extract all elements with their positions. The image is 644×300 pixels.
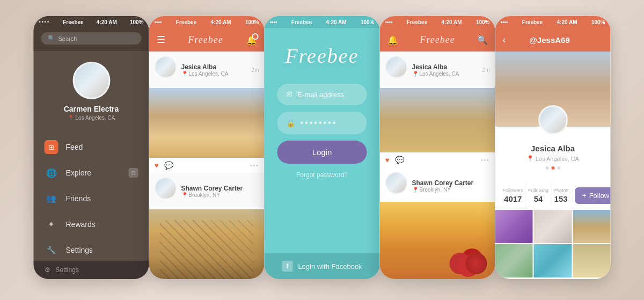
photo-cell-5[interactable]: [534, 244, 572, 277]
password-field[interactable]: 🔒 ••••••••: [277, 112, 367, 134]
photo-grid: [495, 210, 611, 277]
bottom-label: Settings: [56, 266, 79, 274]
feed4-location-2: 📍 Brooklyn, NY: [412, 187, 490, 193]
location-icon-2: 📍: [181, 192, 188, 198]
followers-value: 4017: [503, 194, 524, 203]
photo-cell-3[interactable]: [573, 210, 610, 243]
nav-item-feed[interactable]: ⊞ Feed: [34, 134, 149, 160]
nav-item-rewards[interactable]: ✦ Rewards: [34, 211, 149, 237]
post-1-username: Jesica Alba: [181, 63, 247, 71]
feed2-app-title: Freebee: [404, 34, 472, 46]
time-1: 4:20 AM: [97, 19, 117, 25]
hamburger-icon[interactable]: ☰: [157, 34, 165, 46]
feed4-post-1: Jesica Alba 📍 Los Angeles, CA 2m ♥ 💬 •••: [380, 52, 495, 167]
nav-item-settings[interactable]: 🔧 Settings: [34, 237, 149, 263]
feed4-user1-info: Jesica Alba 📍 Los Angeles, CA: [412, 63, 478, 77]
time-5: 4:20 AM: [557, 19, 577, 25]
post-1-location: 📍 Los Angeles, CA: [181, 71, 247, 77]
feed4-time-1: 2m: [482, 67, 490, 73]
phone5-header: ‹ @JessA69: [495, 28, 611, 52]
profile-location: 📍 Los Angeles, CA: [503, 155, 603, 162]
like-button-1[interactable]: ♥: [155, 161, 159, 170]
search-icon-4[interactable]: 🔍: [477, 35, 488, 45]
indicator-dot-3: [557, 166, 560, 170]
login-logo: Freebee: [275, 44, 369, 68]
back-icon[interactable]: ‹: [503, 34, 506, 46]
nav-item-explore[interactable]: 🌐 Explore □: [34, 160, 149, 186]
status-bar-1: •••• Freebee 4:20 AM 100%: [34, 16, 149, 28]
loc-icon-4b: 📍: [412, 187, 419, 193]
post-1-user-info: Jesica Alba 📍 Los Angeles, CA: [181, 63, 247, 77]
feed-app-title: Freebee: [165, 34, 246, 46]
facebook-icon: f: [282, 261, 292, 272]
post-1-actions: ♥ 💬 •••: [149, 158, 265, 173]
status-bar-2: •••• Freebee 4:20 AM 100%: [149, 16, 265, 28]
post-2-header: Shawn Corey Carter 📍 Brooklyn, NY: [149, 173, 265, 209]
feed4-image-2: [380, 202, 495, 279]
feed4-avatar-1: [385, 56, 408, 78]
friends-icon: 👥: [45, 192, 58, 206]
photo-cell-4[interactable]: [495, 244, 533, 277]
user-name: Carmen Electra: [64, 105, 119, 113]
more-options-1[interactable]: •••: [250, 163, 259, 169]
phone4-header: 🔔 Freebee 🔍: [380, 28, 495, 52]
photo-cell-2[interactable]: [534, 210, 572, 243]
feed-post-2: Shawn Corey Carter 📍 Brooklyn, NY ♥ 💬 ••…: [149, 173, 265, 279]
feed-post-1: Jesica Alba 📍 Los Angeles, CA 2m ♥ 💬 •••: [149, 52, 265, 173]
post-2-avatar: [155, 177, 177, 200]
plus-icon: +: [582, 192, 587, 200]
loc-icon-4a: 📍: [412, 71, 419, 77]
followers-label: Followers: [503, 188, 524, 193]
carrier-name-1: Freebee: [63, 19, 83, 25]
search-bar[interactable]: 🔍 Search: [41, 32, 142, 45]
login-button[interactable]: Login: [277, 141, 367, 164]
phone1-bottom-bar: ⚙ Settings: [34, 261, 149, 279]
settings-icon-bottom: ⚙: [45, 266, 50, 274]
follow-button[interactable]: + Follow: [575, 187, 610, 204]
feed4-post2-header: Shawn Corey Carter 📍 Brooklyn, NY: [380, 167, 495, 202]
following-value: 54: [528, 194, 548, 203]
notification-icon-4[interactable]: 🔔: [387, 35, 398, 45]
photo-cell-1[interactable]: [495, 210, 533, 243]
carrier-dots-3: ••••: [270, 19, 277, 25]
phone-login: •••• Freebee 4:20 AM 100% Freebee ✉ E-ma…: [265, 16, 380, 279]
email-placeholder: E-mail address: [298, 91, 345, 99]
berries-decoration: [466, 253, 487, 274]
status-bar-3: •••• Freebee 4:20 AM 100%: [265, 16, 380, 28]
nav-label-feed: Feed: [66, 143, 83, 151]
post-2-user-info: Shawn Corey Carter 📍 Brooklyn, NY: [181, 185, 259, 198]
status-bar-4: •••• Freebee 4:20 AM 100%: [380, 16, 495, 28]
feed4-image-1: [380, 88, 495, 152]
avatar: [72, 62, 110, 99]
feed4-like-1[interactable]: ♥: [385, 156, 390, 164]
search-icon: 🔍: [48, 35, 55, 42]
battery-5: 100%: [591, 19, 605, 25]
phone2-header: ☰ Freebee 🔔: [149, 28, 265, 52]
carrier-name-5: Freebee: [522, 19, 543, 25]
notification-icon[interactable]: 🔔: [246, 35, 257, 45]
email-field[interactable]: ✉ E-mail address: [277, 84, 367, 105]
feed4-actions-1: ♥ 💬 •••: [380, 152, 495, 167]
profile-username: Jesica Alba: [503, 144, 603, 153]
nav-item-friends[interactable]: 👥 Friends: [34, 186, 149, 211]
battery-4: 100%: [476, 19, 490, 25]
feed4-more-1[interactable]: •••: [481, 157, 490, 163]
feed4-avatar-2: [385, 172, 408, 194]
comment-button-1[interactable]: 💬: [164, 161, 173, 170]
time-3: 4:20 AM: [326, 19, 347, 25]
carrier-dots-4: ••••: [385, 19, 393, 25]
phone-profile: •••• Freebee 4:20 AM 100% ‹ @JessA69 Jes…: [495, 16, 611, 279]
profile-indicator-dots: [503, 166, 603, 170]
photo-cell-6[interactable]: [573, 244, 610, 277]
profile-cover-photo: [495, 52, 611, 127]
phone-sidebar: •••• Freebee 4:20 AM 100% 🔍 Search Carme…: [34, 16, 149, 279]
carrier-name-4: Freebee: [407, 19, 427, 25]
followers-stat: Followers 4017: [501, 184, 526, 208]
settings-icon: 🔧: [45, 243, 58, 257]
feed4-username-1: Jesica Alba: [412, 63, 478, 71]
feed-icon: ⊞: [45, 140, 58, 154]
forgot-password-link[interactable]: Forgot password?: [277, 171, 367, 179]
facebook-login-btn[interactable]: f Login with Facebook: [265, 253, 380, 279]
feed4-comment-1[interactable]: 💬: [395, 156, 404, 164]
user-profile-section: Carmen Electra 📍 Los Angeles, CA: [34, 51, 149, 129]
